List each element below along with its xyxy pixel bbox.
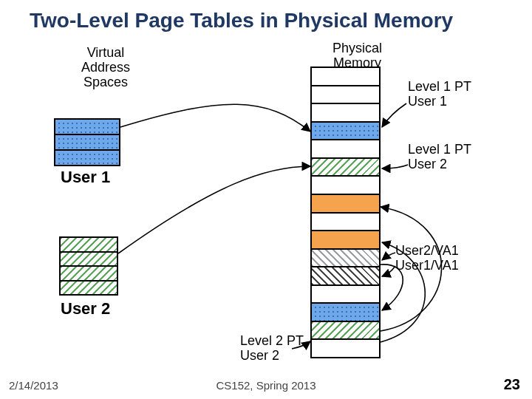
level2-pt-user2-label: Level 2 PT User 2 <box>240 334 304 364</box>
user2-va1-label: User2/VA1 <box>395 244 459 259</box>
slide-number: 23 <box>504 376 520 393</box>
user1-va1-label: User1/VA1 <box>395 259 459 273</box>
vas-user2-block <box>59 236 118 296</box>
level1-pt-user2-label: Level 1 PT User 2 <box>408 143 471 172</box>
slide-title: Two-Level Page Tables in Physical Memory <box>30 9 453 33</box>
vas-user1-block <box>54 118 120 166</box>
level1-pt-user1-label: Level 1 PT User 1 <box>408 80 471 109</box>
physical-memory-column <box>310 66 381 358</box>
user1-label: User 1 <box>61 168 110 186</box>
user2-label: User 2 <box>61 300 110 318</box>
virtual-address-spaces-label: Virtual Address Spaces <box>81 46 130 89</box>
footer-course: CS152, Spring 2013 <box>216 379 316 392</box>
footer-date: 2/14/2013 <box>9 379 58 392</box>
